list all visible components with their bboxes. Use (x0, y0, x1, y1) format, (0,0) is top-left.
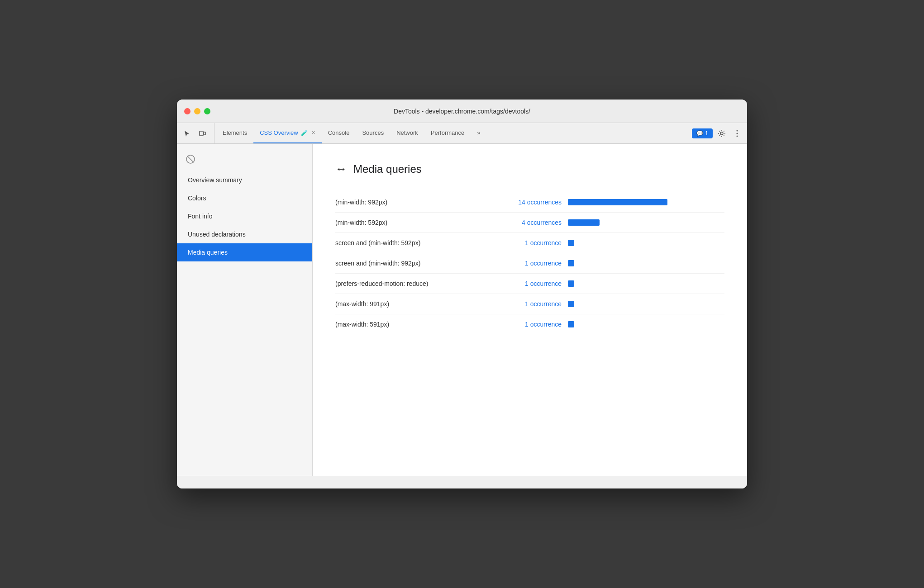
mq-occurrences-6[interactable]: 1 occurrence (498, 300, 562, 308)
block-icon (182, 151, 199, 167)
mq-bar-container-4 (562, 260, 724, 266)
close-button[interactable] (184, 108, 191, 114)
mq-occurrences-3[interactable]: 1 occurrence (498, 239, 562, 247)
notification-icon: 💬 (696, 130, 703, 137)
tab-performance[interactable]: Performance (424, 123, 471, 143)
tab-network[interactable]: Network (390, 123, 424, 143)
mq-bar-container-7 (562, 321, 724, 327)
mq-occurrences-1[interactable]: 14 occurrences (498, 199, 562, 206)
mq-bar-2 (568, 219, 600, 226)
svg-point-5 (737, 135, 738, 137)
mq-bar-1 (568, 199, 667, 205)
mq-label-2: (min-width: 592px) (335, 219, 498, 226)
content-inner: ↔ Media queries (min-width: 992px) 14 oc… (313, 144, 747, 352)
mq-label-5: (prefers-reduced-motion: reduce) (335, 280, 498, 287)
mq-occurrences-7[interactable]: 1 occurrence (498, 321, 562, 328)
more-options-icon[interactable] (731, 127, 743, 140)
maximize-button[interactable] (204, 108, 210, 114)
sidebar-item-unused-declarations[interactable]: Unused declarations (177, 225, 312, 243)
mq-bar-7 (568, 321, 574, 327)
mq-row-3: screen and (min-width: 592px) 1 occurren… (335, 233, 724, 253)
mq-label-4: screen and (min-width: 992px) (335, 260, 498, 267)
tab-console[interactable]: Console (322, 123, 356, 143)
mq-bar-container-1 (562, 199, 724, 205)
mq-row-7: (max-width: 591px) 1 occurrence (335, 314, 724, 334)
mq-row-6: (max-width: 991px) 1 occurrence (335, 294, 724, 314)
tab-close-icon[interactable]: ✕ (311, 130, 315, 136)
mq-bar-4 (568, 260, 574, 266)
main-area: Overview summary Colors Font info Unused… (177, 144, 747, 476)
flask-icon: 🧪 (301, 130, 308, 136)
svg-rect-1 (204, 132, 205, 135)
svg-point-2 (720, 132, 723, 135)
mq-bar-3 (568, 240, 574, 246)
mq-label-1: (min-width: 992px) (335, 199, 498, 206)
svg-point-4 (737, 133, 738, 134)
device-icon[interactable] (196, 127, 209, 140)
cursor-icon[interactable] (181, 127, 193, 140)
titlebar: DevTools - developer.chrome.com/tags/dev… (177, 100, 747, 123)
sidebar-item-font-info[interactable]: Font info (177, 207, 312, 225)
mq-occurrences-4[interactable]: 1 occurrence (498, 260, 562, 267)
mq-row-2: (min-width: 592px) 4 occurrences (335, 213, 724, 233)
notification-button[interactable]: 💬 1 (692, 128, 713, 138)
mq-label-6: (max-width: 991px) (335, 300, 498, 308)
content-area[interactable]: ↔ Media queries (min-width: 992px) 14 oc… (313, 144, 747, 476)
settings-icon[interactable] (715, 127, 728, 140)
svg-point-3 (737, 130, 738, 131)
mq-occurrences-5[interactable]: 1 occurrence (498, 280, 562, 287)
mq-row-5: (prefers-reduced-motion: reduce) 1 occur… (335, 274, 724, 294)
devtools-window: DevTools - developer.chrome.com/tags/dev… (177, 100, 747, 488)
mq-bar-container-6 (562, 301, 724, 307)
mq-label-3: screen and (min-width: 592px) (335, 239, 498, 247)
right-tools: 💬 1 (688, 123, 743, 143)
sidebar-item-overview-summary[interactable]: Overview summary (177, 171, 312, 189)
mq-label-7: (max-width: 591px) (335, 321, 498, 328)
mq-bar-6 (568, 301, 574, 307)
svg-line-7 (187, 156, 194, 162)
tab-elements[interactable]: Elements (216, 123, 253, 143)
section-header: ↔ Media queries (335, 162, 724, 176)
bottom-bar (177, 476, 747, 488)
mq-bar-5 (568, 280, 574, 287)
tab-sources[interactable]: Sources (356, 123, 390, 143)
section-title: Media queries (353, 163, 422, 175)
mq-occurrences-2[interactable]: 4 occurrences (498, 219, 562, 226)
sidebar-item-colors[interactable]: Colors (177, 189, 312, 207)
mq-row-1: (min-width: 992px) 14 occurrences (335, 192, 724, 213)
notification-count: 1 (705, 130, 708, 137)
mq-bar-container-3 (562, 240, 724, 246)
traffic-lights (184, 108, 210, 114)
mq-bar-container-5 (562, 280, 724, 287)
left-tools (181, 123, 214, 143)
mq-bar-container-2 (562, 219, 724, 226)
window-title: DevTools - developer.chrome.com/tags/dev… (394, 108, 530, 115)
tab-more[interactable]: » (471, 123, 486, 143)
minimize-button[interactable] (194, 108, 200, 114)
svg-rect-0 (200, 131, 203, 136)
sidebar-item-media-queries[interactable]: Media queries (177, 243, 312, 261)
media-queries-icon: ↔ (335, 162, 347, 176)
mq-row-4: screen and (min-width: 992px) 1 occurren… (335, 253, 724, 274)
sidebar: Overview summary Colors Font info Unused… (177, 144, 313, 476)
tabbar: Elements CSS Overview 🧪 ✕ Console Source… (177, 123, 747, 144)
tab-css-overview[interactable]: CSS Overview 🧪 ✕ (253, 123, 322, 143)
